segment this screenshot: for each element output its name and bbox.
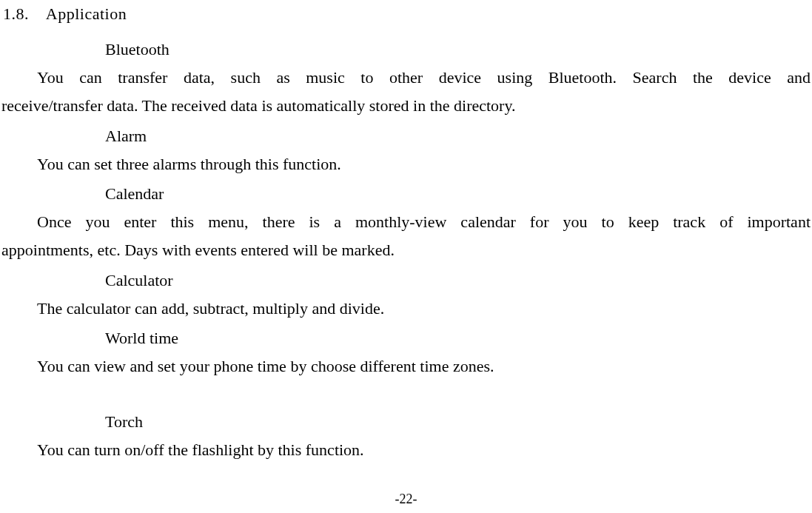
section-title: Application [46,4,127,23]
body-text: You can turn on/off the flashlight by th… [0,437,812,467]
body-text: The calculator can add, subtract, multip… [0,296,812,326]
subheading-worldtime: World time [0,326,812,354]
subheading-alarm: Alarm [0,124,812,152]
body-text: appointments, etc. Days with events ente… [0,239,812,267]
body-text: You can view and set your phone time by … [0,354,812,383]
section-number: 1.8. [3,4,29,24]
section-heading: 1.8. Application [0,0,812,37]
page-number: -22- [0,492,812,507]
body-text: You can set three alarms through this fu… [0,152,812,181]
body-text: Once you enter this menu, there is a mon… [0,209,812,239]
spacer [0,384,812,409]
subheading-calculator: Calculator [0,268,812,296]
subheading-bluetooth: Bluetooth [0,37,812,65]
body-text: You can transfer data, such as music to … [0,65,812,95]
body-text: receive/transfer data. The received data… [0,95,812,123]
subheading-calendar: Calendar [0,181,812,209]
subheading-torch: Torch [0,409,812,437]
